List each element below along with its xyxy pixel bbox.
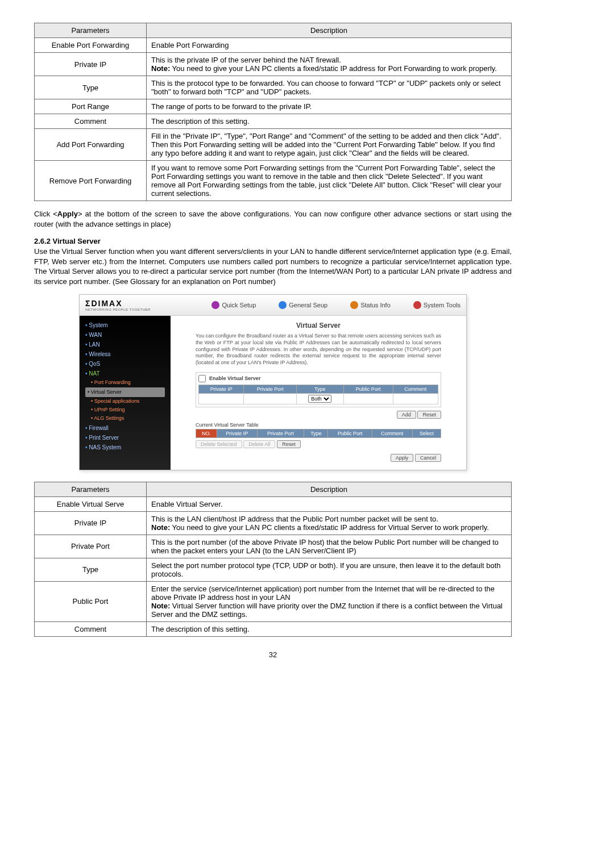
router-tab[interactable]: Quick Setup (211, 301, 256, 309)
enable-block: Enable Virtual Server Private IPPrivate … (196, 372, 441, 407)
desc-cell: Enable Virtual Server. (147, 496, 512, 511)
tab-icon (279, 301, 287, 309)
th-description-2: Description (147, 482, 512, 496)
input-private-ip[interactable] (199, 393, 244, 404)
desc-cell: Enable Port Forwarding (147, 38, 512, 53)
col-header: Type (304, 429, 328, 437)
parameters-table-1: Parameters Description Enable Port Forwa… (34, 23, 512, 201)
param-cell: Add Port Forwarding (35, 129, 147, 161)
router-main-panel: Virtual Server You can configure the Bro… (171, 316, 466, 469)
desc-cell: If you want to remove some Port Forwardi… (147, 161, 512, 201)
parameters-table-2: Parameters Description Enable Virtual Se… (34, 482, 512, 637)
tab-label: Quick Setup (222, 302, 256, 308)
col-header: Private Port (244, 385, 297, 393)
param-cell: Port Range (35, 99, 147, 114)
sidebar-item[interactable]: Wireless (85, 349, 165, 359)
sidebar-item[interactable]: Print Server (85, 433, 165, 443)
router-tab[interactable]: Status Info (350, 301, 391, 309)
param-cell: Private Port (35, 535, 147, 558)
param-cell: Public Port (35, 581, 147, 621)
delete-selected-button[interactable]: Delete Selected (196, 440, 242, 448)
col-header: NO. (196, 429, 217, 437)
desc-cell: This is the private IP of the server beh… (147, 53, 512, 76)
th-parameters: Parameters (35, 23, 147, 38)
sidebar-subitem[interactable]: • Special applications (85, 397, 165, 406)
tab-label: General Seup (289, 302, 327, 308)
col-header: Private IP (217, 429, 257, 437)
param-cell: Remove Port Forwarding (35, 161, 147, 201)
th-parameters-2: Parameters (35, 482, 147, 496)
router-sidebar: SystemWANLANWirelessQoSNAT• Port Forward… (80, 316, 171, 469)
apply-paragraph: Click <Apply> at the bottom of the scree… (34, 209, 512, 229)
add-button[interactable]: Add (397, 411, 416, 419)
desc-cell: Enter the service (service/Internet appl… (147, 581, 512, 621)
enable-virtual-server-label: Enable Virtual Server (209, 375, 260, 381)
sidebar-item[interactable]: NAS System (85, 443, 165, 452)
col-header: Private Port (257, 429, 304, 437)
tab-icon (413, 301, 421, 309)
type-select[interactable]: Both (308, 395, 331, 403)
tab-label: System Tools (424, 302, 460, 308)
page-number: 32 (34, 650, 512, 659)
param-cell: Private IP (35, 53, 147, 76)
section-header: 2.6.2 Virtual Server (34, 237, 512, 245)
tab-icon (211, 301, 219, 309)
input-comment[interactable] (393, 393, 438, 404)
reset-button[interactable]: Reset (417, 411, 441, 419)
input-public-port[interactable] (343, 393, 393, 404)
col-header: Type (297, 385, 344, 393)
param-cell: Private IP (35, 511, 147, 535)
col-header: Private IP (199, 385, 244, 393)
desc-cell: Fill in the "Private IP", "Type", "Port … (147, 129, 512, 161)
sidebar-subitem[interactable]: • ALG Settings (85, 414, 165, 423)
current-table-title: Current Virtual Server Table (196, 422, 441, 428)
sidebar-subitem[interactable]: • Virtual Server (85, 387, 165, 397)
input-type[interactable]: Both (297, 393, 344, 404)
apply-text-tail: at the bottom of the screen to save the … (34, 210, 512, 228)
router-logo-sub: NETWORKING PEOPLE TOGETHER (85, 308, 151, 311)
sidebar-item[interactable]: System (85, 320, 165, 330)
sidebar-item[interactable]: NAT (85, 369, 165, 378)
router-tabs: Quick SetupGeneral SeupStatus InfoSystem… (211, 301, 460, 309)
param-cell: Enable Port Forwarding (35, 38, 147, 53)
param-cell: Type (35, 76, 147, 99)
current-table: NO.Private IPPrivate PortTypePublic Port… (196, 429, 441, 438)
desc-cell: Select the port number protocol type (TC… (147, 558, 512, 581)
router-tab[interactable]: System Tools (413, 301, 460, 309)
router-logo: ΣDIMAX (85, 299, 151, 308)
reset-button-2[interactable]: Reset (277, 440, 301, 448)
col-header: Public Port (343, 385, 393, 393)
delete-all-button[interactable]: Delete All (243, 440, 275, 448)
router-topbar: ΣDIMAX NETWORKING PEOPLE TOGETHER Quick … (80, 295, 466, 316)
desc-cell: The range of ports to be forward to the … (147, 99, 512, 114)
col-header: Select (412, 429, 441, 437)
cancel-button[interactable]: Cancel (415, 454, 441, 462)
enable-virtual-server-checkbox[interactable] (198, 375, 206, 382)
router-ui-screenshot: ΣDIMAX NETWORKING PEOPLE TOGETHER Quick … (79, 294, 467, 470)
param-cell: Comment (35, 621, 147, 636)
col-header: Public Port (328, 429, 372, 437)
th-description: Description (147, 23, 512, 38)
desc-cell: This is the protocol type to be forwarde… (147, 76, 512, 99)
sidebar-item[interactable]: QoS (85, 359, 165, 369)
sidebar-subitem[interactable]: • UPnP Setting (85, 406, 165, 414)
param-cell: Comment (35, 114, 147, 129)
sidebar-item[interactable]: LAN (85, 340, 165, 349)
sidebar-subitem[interactable]: • Port Forwarding (85, 378, 165, 387)
router-tab[interactable]: General Seup (279, 301, 327, 309)
panel-title: Virtual Server (179, 322, 458, 329)
tab-label: Status Info (360, 302, 391, 308)
input-private-port[interactable] (244, 393, 297, 404)
sidebar-item[interactable]: WAN (85, 330, 165, 340)
new-entry-table: Private IPPrivate PortTypePublic PortCom… (198, 385, 438, 404)
panel-desc: You can configure the Broadband router a… (196, 333, 441, 366)
desc-cell: The description of this setting. (147, 621, 512, 636)
desc-cell: The description of this setting. (147, 114, 512, 129)
desc-cell: This is the LAN client/host IP address t… (147, 511, 512, 535)
param-cell: Enable Virtual Serve (35, 496, 147, 511)
param-cell: Type (35, 558, 147, 581)
apply-button[interactable]: Apply (391, 454, 414, 462)
desc-cell: This is the port number (of the above Pr… (147, 535, 512, 558)
tab-icon (350, 301, 358, 309)
sidebar-item[interactable]: Firewall (85, 423, 165, 433)
